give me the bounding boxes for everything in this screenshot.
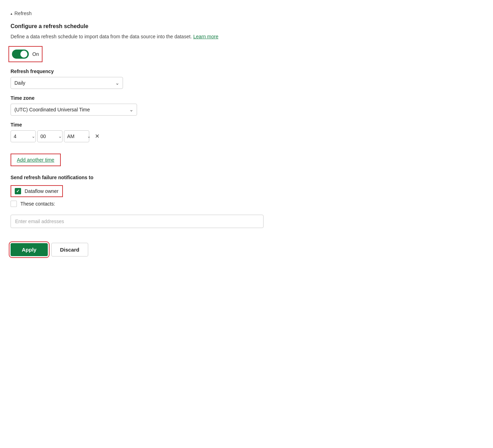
discard-button[interactable]: Discard [51,243,88,257]
button-row: Apply Discard [11,243,292,257]
minute-select[interactable]: 00 15 30 45 [37,130,63,142]
collapse-icon: ▴ [11,12,12,15]
email-input[interactable] [11,215,264,228]
time-zone-wrapper: (UTC) Coordinated Universal Time (UTC-05… [11,104,137,116]
toggle-label: On [32,51,39,57]
refresh-frequency-group: Refresh frequency Daily Weekly Monthly [11,69,292,89]
dataflow-owner-row[interactable]: Dataflow owner [11,185,63,197]
section-breadcrumb: ▴ Refresh [11,11,292,16]
time-zone-label: Time zone [11,95,292,101]
time-group: Time 123 4 567 8910 1112 00 15 30 45 [11,122,292,142]
toggle-container[interactable]: On [11,48,40,60]
dataflow-owner-label: Dataflow owner [25,188,59,194]
configure-title: Configure a refresh schedule [11,23,292,30]
refresh-frequency-select[interactable]: Daily Weekly Monthly [11,77,123,89]
time-zone-group: Time zone (UTC) Coordinated Universal Ti… [11,95,292,116]
refresh-frequency-wrapper: Daily Weekly Monthly [11,77,123,89]
toggle-track [12,50,29,59]
these-contacts-label: These contacts: [20,201,55,207]
notifications-group: Send refresh failure notifications to Da… [11,175,292,236]
time-label: Time [11,122,292,128]
these-contacts-row: These contacts: [11,201,292,207]
learn-more-link[interactable]: Learn more [193,34,219,39]
toggle-thumb [20,51,27,58]
these-contacts-checkbox[interactable] [11,201,17,207]
description-text: Define a data refresh schedule to import… [11,33,292,40]
remove-time-button[interactable]: ✕ [93,132,102,141]
refresh-frequency-label: Refresh frequency [11,69,292,74]
notifications-label: Send refresh failure notifications to [11,175,292,180]
dataflow-owner-checkbox[interactable] [15,188,21,194]
ampm-select[interactable]: AM PM [64,130,89,142]
refresh-toggle[interactable] [12,50,29,59]
section-title: Refresh [14,11,32,16]
time-zone-select[interactable]: (UTC) Coordinated Universal Time (UTC-05… [11,104,137,116]
time-row: 123 4 567 8910 1112 00 15 30 45 AM [11,130,292,142]
minute-wrapper: 00 15 30 45 [37,130,64,142]
ampm-wrapper: AM PM [64,130,93,142]
hour-wrapper: 123 4 567 8910 1112 [11,130,37,142]
hour-select[interactable]: 123 4 567 8910 1112 [11,130,36,142]
apply-button[interactable]: Apply [11,243,48,256]
add-another-time-link[interactable]: Add another time [11,154,61,166]
